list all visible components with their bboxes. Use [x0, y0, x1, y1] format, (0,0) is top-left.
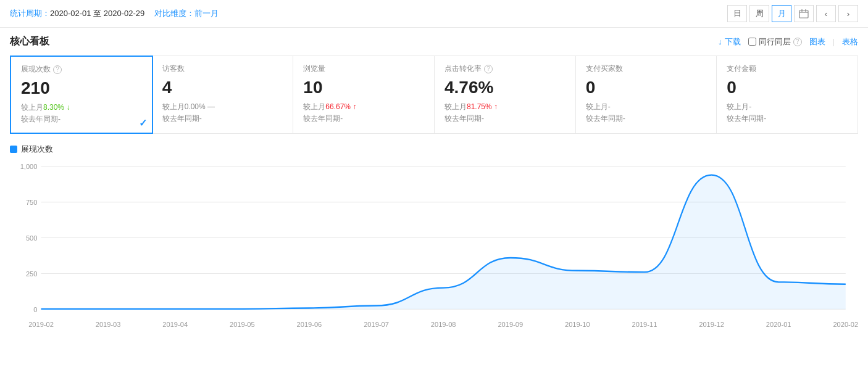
chart-svg: 1,00075050025002019-022019-032019-042019…: [10, 160, 858, 332]
main-content: 核心看板 ↓ 下载 同行同层 ? 图表 | 表格 展现次数? 210 较上月8.…: [0, 28, 868, 340]
svg-text:2019-06: 2019-06: [297, 321, 322, 328]
metric-card-click_rate[interactable]: 点击转化率? 4.76% 较上月81.75% ↑ 较去年同期-: [435, 56, 576, 133]
metric-cards: 展现次数? 210 较上月8.30% ↓ 较去年同期- 访客数 4 较上月0.0…: [10, 56, 858, 134]
click_rate-label: 点击转化率?: [444, 64, 565, 74]
click_rate-info-icon[interactable]: ?: [484, 65, 493, 73]
divider: |: [833, 37, 835, 46]
payment-label: 支付金额: [727, 64, 848, 74]
top-bar: 统计周期：2020-02-01 至 2020-02-29 对比维度：前一月 日 …: [0, 0, 868, 28]
peer-layer-label: 同行同层: [759, 36, 791, 47]
metric-card-visitors[interactable]: 访客数 4 较上月0.00% — 较去年同期-: [152, 56, 294, 133]
week-btn[interactable]: 周: [749, 5, 769, 22]
legend-dot: [10, 146, 17, 153]
visitors-value: 4: [162, 78, 283, 97]
svg-text:2020-01: 2020-01: [766, 321, 791, 328]
svg-text:250: 250: [26, 270, 38, 278]
next-btn[interactable]: ›: [838, 5, 858, 22]
metric-card-pageviews[interactable]: 浏览量 10 较上月66.67% ↑ 较去年同期-: [293, 56, 435, 133]
peer-layer-info-icon[interactable]: ?: [793, 38, 802, 46]
click_rate-value: 4.76%: [444, 78, 565, 97]
svg-text:750: 750: [26, 199, 38, 206]
legend-label: 展现次数: [21, 144, 53, 155]
svg-text:2019-09: 2019-09: [498, 321, 523, 328]
period-info: 统计周期：2020-02-01 至 2020-02-29 对比维度：前一月: [10, 8, 219, 19]
impressions-label: 展现次数?: [21, 64, 142, 75]
payment-value: 0: [727, 78, 848, 97]
buyers-compare: 较上月- 较去年同期-: [586, 101, 707, 125]
month-btn[interactable]: 月: [772, 5, 791, 22]
svg-text:500: 500: [26, 234, 38, 242]
compare-value: 前一月: [194, 9, 219, 18]
section-header: 核心看板 ↓ 下载 同行同层 ? 图表 | 表格: [10, 35, 858, 48]
impressions-compare: 较上月8.30% ↓ 较去年同期-: [21, 102, 142, 125]
peer-layer-toggle[interactable]: 同行同层 ?: [748, 36, 802, 47]
svg-text:0: 0: [33, 306, 37, 313]
day-btn[interactable]: 日: [727, 5, 747, 22]
prev-btn[interactable]: ‹: [816, 5, 836, 22]
metric-card-impressions[interactable]: 展现次数? 210 较上月8.30% ↓ 较去年同期-: [10, 56, 153, 134]
metric-card-buyers[interactable]: 支付买家数 0 较上月- 较去年同期-: [576, 56, 717, 133]
svg-text:2019-04: 2019-04: [162, 321, 188, 328]
click_rate-compare: 较上月81.75% ↑ 较去年同期-: [444, 101, 565, 125]
impressions-info-icon[interactable]: ?: [53, 65, 62, 74]
visitors-compare: 较上月0.00% — 较去年同期-: [162, 101, 283, 125]
svg-text:2019-07: 2019-07: [364, 321, 389, 328]
peer-layer-checkbox[interactable]: [748, 38, 756, 46]
pageviews-label: 浏览量: [303, 64, 424, 74]
buyers-value: 0: [586, 78, 707, 97]
pageviews-value: 10: [303, 78, 424, 97]
chart-legend: 展现次数: [10, 144, 858, 155]
chart-area: 1,00075050025002019-022019-032019-042019…: [10, 160, 858, 332]
svg-text:2019-12: 2019-12: [699, 321, 724, 328]
svg-text:2019-05: 2019-05: [230, 321, 255, 328]
section-title: 核心看板: [10, 35, 49, 48]
impressions-value: 210: [21, 78, 142, 98]
svg-text:1,000: 1,000: [20, 163, 38, 170]
visitors-label: 访客数: [162, 64, 283, 74]
svg-text:2019-10: 2019-10: [565, 321, 590, 328]
period-label: 统计周期：2020-02-01 至 2020-02-29: [10, 8, 144, 19]
buyers-label: 支付买家数: [586, 64, 707, 74]
svg-text:2020-02: 2020-02: [833, 321, 858, 328]
payment-compare: 较上月- 较去年同期-: [727, 101, 848, 125]
svg-text:2019-11: 2019-11: [632, 321, 657, 328]
download-button[interactable]: ↓ 下载: [718, 36, 741, 47]
period-controls: 日 周 月 ‹ ›: [727, 5, 858, 22]
view-toggle-chart[interactable]: 图表: [809, 36, 825, 47]
svg-text:2019-02: 2019-02: [28, 321, 54, 328]
period-dates: 2020-02-01 至 2020-02-29: [50, 9, 144, 18]
svg-rect-0: [799, 10, 808, 18]
pageviews-compare: 较上月66.67% ↑ 较去年同期-: [303, 101, 424, 125]
download-label: 下载: [725, 36, 741, 47]
svg-text:2019-03: 2019-03: [96, 321, 121, 328]
compare-label: 对比维度：前一月: [154, 8, 219, 19]
view-toggle-table[interactable]: 表格: [842, 36, 858, 47]
section-actions: ↓ 下载 同行同层 ? 图表 | 表格: [718, 36, 858, 47]
download-icon: ↓: [718, 37, 722, 46]
calendar-btn[interactable]: [794, 5, 814, 22]
metric-card-payment[interactable]: 支付金额 0 较上月- 较去年同期-: [717, 56, 858, 133]
svg-text:2019-08: 2019-08: [431, 321, 456, 328]
